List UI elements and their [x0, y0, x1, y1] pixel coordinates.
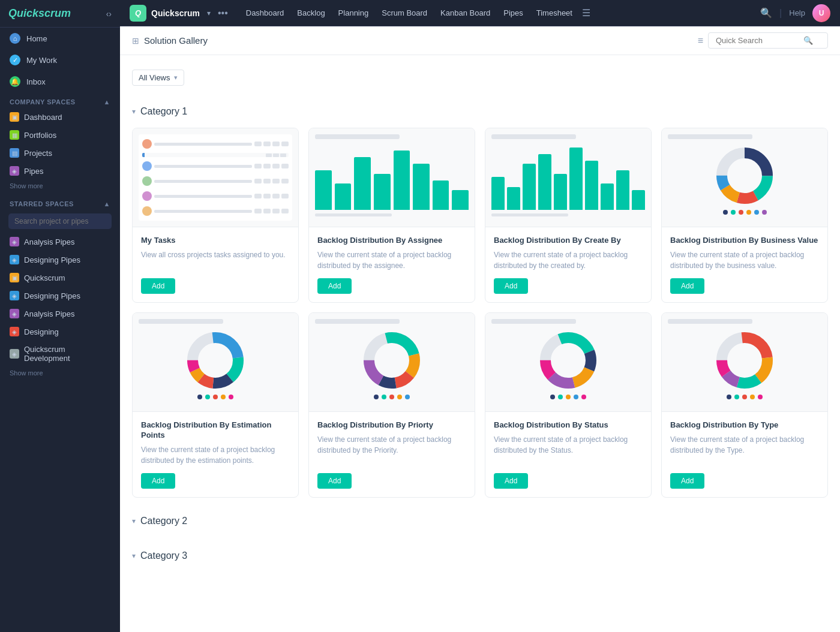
project-search-input[interactable] [8, 213, 112, 229]
list-view-icon[interactable]: ≡ [698, 35, 703, 46]
topbar-more-button[interactable]: ••• [218, 8, 228, 19]
category-3-section: ▾ Category 3 [132, 544, 828, 567]
all-views-label: All Views [139, 73, 170, 82]
card-backlog-assignee-add-button[interactable]: Add [317, 278, 352, 294]
sidebar-item-designing-pipes-2[interactable]: ◈ Designing Pipes [0, 287, 120, 305]
company-spaces-header: Company Spaces ▲ [0, 92, 120, 108]
category-2-title: Category 2 [140, 516, 187, 526]
nav-dashboard[interactable]: Dashboard [240, 5, 290, 20]
sidebar-item-analysis-pipes-2[interactable]: ◈ Analysis Pipes [0, 305, 120, 323]
analysis-pipes-2-icon: ◈ [10, 309, 19, 318]
card-backlog-business-value-add-button[interactable]: Add [670, 278, 704, 294]
all-views-filter[interactable]: All Views ▾ [132, 70, 184, 86]
topbar-menu-icon[interactable]: ☰ [582, 7, 590, 19]
portfolios-icon: ▦ [10, 130, 19, 140]
donut-chart-2 [182, 327, 248, 393]
sidebar-item-designing-pipes[interactable]: ◈ Designing Pipes [0, 251, 120, 269]
app-logo: Quickscrum [8, 7, 71, 20]
sidebar-item-analysis-pipes[interactable]: ◈ Analysis Pipes [0, 233, 120, 251]
show-more-starred[interactable]: Show more [0, 367, 120, 381]
category-1-header[interactable]: ▾ Category 1 [132, 100, 828, 123]
nav-timesheet[interactable]: Timesheet [530, 5, 578, 20]
backlog-type-preview [662, 313, 827, 412]
inbox-icon: 🔔 [10, 76, 20, 87]
gallery-icon: ⊞ [132, 36, 139, 46]
card-backlog-status-add-button[interactable]: Add [494, 473, 528, 489]
card-backlog-priority-title: Backlog Distribution By Priorty [317, 420, 466, 431]
sidebar-item-mywork-label: My Work [26, 56, 57, 65]
sidebar-toggle-button[interactable]: ‹› [106, 9, 112, 19]
sidebar-item-inbox[interactable]: 🔔 Inbox [0, 71, 120, 92]
card-backlog-createby-desc: View the current state of a project back… [494, 249, 643, 271]
nav-kanban-board[interactable]: Kanban Board [434, 5, 496, 20]
show-more-company[interactable]: Show more [0, 180, 120, 194]
content-inner: All Views ▾ ▾ Category 1 [120, 55, 840, 632]
backlog-priority-preview [309, 313, 475, 412]
sidebar-item-portfolios[interactable]: ▦ Portfolios [0, 126, 120, 144]
sidebar-item-designing[interactable]: ◈ Designing [0, 323, 120, 341]
topbar-app-icon: Q [130, 5, 146, 22]
topbar-nav: Dashboard Backlog Planning Scrum Board K… [240, 5, 755, 20]
sidebar-item-dashboard[interactable]: ▣ Dashboard [0, 108, 120, 126]
donut-chart-4 [535, 327, 601, 393]
card-my-tasks: My Tasks View all cross projects tasks a… [132, 128, 299, 303]
my-tasks-preview [133, 128, 298, 227]
card-backlog-type-desc: View the current state of a project back… [670, 434, 819, 466]
search-icon[interactable]: 🔍 [760, 7, 772, 19]
card-backlog-status: Backlog Distribution By Status View the … [485, 312, 652, 498]
projects-icon: ▤ [10, 148, 19, 158]
card-my-tasks-add-button[interactable]: Add [141, 278, 175, 294]
backlog-status-preview [485, 313, 651, 412]
card-backlog-createby-add-button[interactable]: Add [494, 278, 528, 294]
sidebar-item-quickscrum-dev[interactable]: ◈ Quickscrum Development [0, 341, 120, 367]
analysis-pipes-icon: ◈ [10, 237, 19, 246]
nav-planning[interactable]: Planning [332, 5, 375, 20]
collapse-starred-icon[interactable]: ▲ [104, 200, 110, 207]
donut-chart-3 [359, 327, 425, 393]
sidebar-item-pipes[interactable]: ◈ Pipes [0, 162, 120, 180]
nav-scrum-board[interactable]: Scrum Board [376, 5, 433, 20]
card-backlog-createby: Backlog Distribution By Create By View t… [485, 128, 652, 303]
nav-pipes[interactable]: Pipes [497, 5, 529, 20]
category-3-header[interactable]: ▾ Category 3 [132, 544, 828, 567]
search-submit-icon[interactable]: 🔍 [803, 36, 813, 45]
content-area: All Views ▾ ▾ Category 1 [120, 55, 840, 632]
backlog-createby-preview [485, 128, 651, 227]
quick-search-input[interactable] [716, 36, 800, 45]
donut-chart-5 [712, 327, 778, 393]
filter-dropdown-arrow: ▾ [174, 74, 178, 82]
card-backlog-estimation-desc: View the current state of a project back… [141, 444, 290, 466]
card-backlog-type-add-button[interactable]: Add [670, 473, 704, 489]
card-backlog-estimation-add-button[interactable]: Add [141, 473, 175, 489]
dashboard-icon: ▣ [10, 112, 19, 122]
filter-bar: All Views ▾ [132, 65, 828, 91]
card-backlog-type-title: Backlog Distribution By Type [670, 420, 819, 431]
sidebar-item-projects[interactable]: ▤ Projects [0, 144, 120, 162]
category-2-section: ▾ Category 2 [132, 510, 828, 532]
card-backlog-type-body: Backlog Distribution By Type View the cu… [662, 412, 827, 497]
card-my-tasks-body: My Tasks View all cross projects tasks a… [133, 227, 298, 302]
pipes-icon: ◈ [10, 166, 19, 176]
card-backlog-estimation-title: Backlog Distribution By Estimation Point… [141, 420, 290, 441]
card-backlog-status-body: Backlog Distribution By Status View the … [485, 412, 651, 497]
sidebar-item-quickscrum[interactable]: ▣ Quickscrum [0, 269, 120, 287]
category-2-header[interactable]: ▾ Category 2 [132, 510, 828, 532]
card-backlog-status-title: Backlog Distribution By Status [494, 420, 643, 431]
backlog-estimation-preview [133, 313, 298, 412]
topbar-right: 🔍 | Help U [760, 4, 830, 22]
sidebar-item-mywork[interactable]: ✓ My Work [0, 49, 120, 71]
category-3-title: Category 3 [140, 550, 187, 561]
topbar: Q Quickscrum ▾ ••• Dashboard Backlog Pla… [120, 0, 840, 26]
sidebar-item-home[interactable]: ⌂ Home [0, 28, 120, 49]
card-backlog-priority-add-button[interactable]: Add [317, 473, 352, 489]
help-label[interactable]: Help [789, 8, 805, 17]
nav-backlog[interactable]: Backlog [291, 5, 331, 20]
card-backlog-status-desc: View the current state of a project back… [494, 434, 643, 466]
collapse-company-icon[interactable]: ▲ [104, 98, 110, 106]
card-backlog-business-value-body: Backlog Distribution By Business Value V… [662, 227, 827, 302]
topbar-dropdown-arrow[interactable]: ▾ [207, 9, 211, 17]
card-my-tasks-title: My Tasks [141, 236, 290, 246]
user-avatar[interactable]: U [812, 4, 830, 22]
card-backlog-type: Backlog Distribution By Type View the cu… [661, 312, 828, 498]
page-header: ⊞ Solution Gallery ≡ 🔍 [120, 26, 840, 55]
